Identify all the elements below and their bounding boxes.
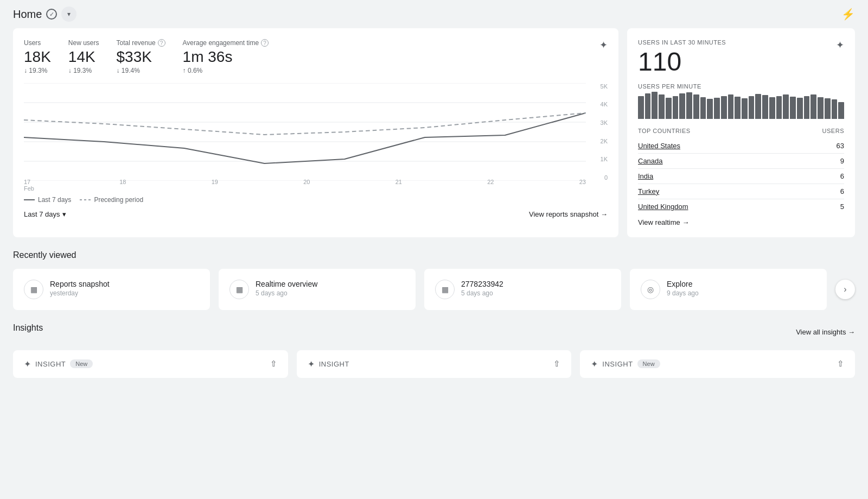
card-title: Realtime overview: [256, 280, 405, 288]
metrics-row: Users 18K ↓ 19.3% New users 14K ↓ 19.3%: [24, 39, 608, 74]
bar: [673, 96, 679, 119]
realtime-card: USERS IN LAST 30 MINUTES 110 ✦ USERS PER…: [627, 28, 855, 237]
card-subtitle: 9 days ago: [667, 289, 816, 297]
bar: [797, 98, 803, 119]
country-row[interactable]: Turkey6: [638, 184, 844, 199]
realtime-count: 110: [638, 48, 726, 77]
insight-cards-row: ✦ INSIGHT New ⇧ ✦ INSIGHT ⇧ ✦ INSIGHT Ne…: [13, 350, 855, 378]
metric-users-value: 18K: [24, 49, 51, 66]
recently-viewed-title: Recently viewed: [13, 250, 855, 260]
bar: [762, 95, 768, 118]
bar: [742, 98, 748, 119]
engagement-info-icon[interactable]: ?: [261, 39, 269, 47]
recently-viewed-nav-arrow[interactable]: ›: [835, 280, 855, 299]
metric-revenue: Total revenue ? $33K ↓ 19.4%: [117, 39, 165, 74]
insight-sparkle-icon: ✦: [591, 359, 598, 369]
metric-new-users-label: New users: [68, 39, 99, 47]
metric-revenue-value: $33K: [117, 49, 165, 66]
country-users: 6: [840, 172, 844, 180]
main-content: Users 18K ↓ 19.3% New users 14K ↓ 19.3%: [0, 28, 868, 391]
title-dropdown-button[interactable]: ▾: [61, 7, 76, 22]
insight-new-badge: New: [70, 359, 93, 368]
card-title: Explore: [667, 280, 816, 288]
view-all-insights-link[interactable]: View all insights →: [796, 328, 855, 336]
bar-chart-mini: [638, 92, 844, 119]
country-name[interactable]: United States: [638, 142, 680, 150]
metric-engagement-label: Average engagement time ?: [183, 39, 269, 47]
bar: [783, 94, 789, 118]
recently-viewed-card[interactable]: ◎ Explore 9 days ago: [630, 269, 827, 310]
country-users: 63: [837, 142, 844, 150]
stats-realtime-row: Users 18K ↓ 19.3% New users 14K ↓ 19.3%: [13, 28, 855, 237]
recently-viewed-section: Recently viewed ▦ Reports snapshot yeste…: [13, 250, 855, 310]
country-name[interactable]: India: [638, 172, 653, 180]
insights-section: Insights View all insights → ✦ INSIGHT N…: [13, 323, 855, 378]
bar: [714, 98, 720, 119]
bar: [721, 96, 727, 119]
country-row[interactable]: India6: [638, 169, 844, 184]
recently-viewed-card[interactable]: ▦ Realtime overview 5 days ago: [219, 269, 416, 310]
bar: [790, 97, 796, 119]
card-title: Reports snapshot: [50, 280, 199, 288]
bar: [825, 98, 831, 119]
date-selector-label: Last 7 days: [24, 210, 60, 218]
insight-share-icon[interactable]: ⇧: [553, 359, 560, 369]
insights-header: Insights View all insights →: [13, 323, 855, 342]
view-reports-link[interactable]: View reports snapshot →: [529, 210, 608, 218]
country-name[interactable]: Turkey: [638, 187, 659, 195]
bar: [659, 94, 665, 118]
country-users: 5: [840, 203, 844, 211]
card-content: 2778233942 5 days ago: [461, 280, 610, 297]
insight-label: INSIGHT: [602, 360, 633, 368]
recently-viewed-card[interactable]: ▦ 2778233942 5 days ago: [424, 269, 621, 310]
bar: [749, 96, 755, 119]
chart-x-labels: 17Feb 18 19 20 21 22 23: [24, 179, 586, 192]
bar: [686, 92, 692, 119]
legend-dashed-line: [80, 199, 91, 200]
check-icon[interactable]: ✓: [46, 9, 57, 20]
chart-footer: Last 7 days ▾ View reports snapshot →: [24, 210, 608, 218]
insight-share-icon[interactable]: ⇧: [270, 359, 277, 369]
card-subtitle: 5 days ago: [256, 289, 405, 297]
bar: [666, 98, 672, 119]
insight-card: ✦ INSIGHT ⇧: [297, 350, 572, 378]
country-row[interactable]: Canada9: [638, 154, 844, 169]
card-content: Reports snapshot yesterday: [50, 280, 199, 297]
country-name[interactable]: United Kingdom: [638, 203, 688, 211]
card-icon: ▦: [24, 280, 43, 299]
insight-label: INSIGHT: [35, 360, 66, 368]
realtime-sparkle-icon[interactable]: ✦: [836, 39, 844, 51]
card-icon: ▦: [229, 280, 249, 299]
recently-viewed-card[interactable]: ▦ Reports snapshot yesterday: [13, 269, 210, 310]
insight-new-badge: New: [637, 359, 660, 368]
recently-viewed-cards: ▦ Reports snapshot yesterday ▦ Realtime …: [13, 269, 855, 310]
line-chart: [24, 83, 586, 181]
stats-sparkle-icon[interactable]: ✦: [599, 39, 608, 51]
insight-share-icon[interactable]: ⇧: [837, 359, 844, 369]
insight-label: INSIGHT: [319, 360, 349, 368]
realtime-header-row: USERS IN LAST 30 MINUTES 110 ✦: [638, 39, 844, 83]
countries-list: United States63Canada9India6Turkey6Unite…: [638, 138, 844, 214]
metric-new-users-change: ↓ 19.3%: [68, 67, 99, 74]
bar: [804, 96, 810, 119]
bar: [769, 97, 775, 119]
country-row[interactable]: United States63: [638, 138, 844, 154]
view-realtime-link[interactable]: View realtime →: [638, 218, 844, 226]
bar: [832, 99, 838, 119]
metric-engagement-value: 1m 36s: [183, 49, 269, 66]
country-row[interactable]: United Kingdom5: [638, 199, 844, 214]
bar: [776, 96, 782, 119]
date-selector[interactable]: Last 7 days ▾: [24, 210, 66, 218]
bar: [818, 97, 824, 119]
sparkline-icon[interactable]: ⚡: [841, 8, 855, 21]
revenue-info-icon[interactable]: ?: [158, 39, 165, 47]
metric-new-users-value: 14K: [68, 49, 99, 66]
metric-revenue-label: Total revenue ?: [117, 39, 165, 47]
country-name[interactable]: Canada: [638, 157, 663, 165]
insight-card: ✦ INSIGHT New ⇧: [580, 350, 855, 378]
realtime-footer: View realtime →: [638, 218, 844, 226]
bar: [700, 97, 706, 119]
metric-new-users: New users 14K ↓ 19.3%: [68, 39, 99, 74]
insight-card: ✦ INSIGHT New ⇧: [13, 350, 288, 378]
countries-right-header: USERS: [822, 128, 844, 134]
